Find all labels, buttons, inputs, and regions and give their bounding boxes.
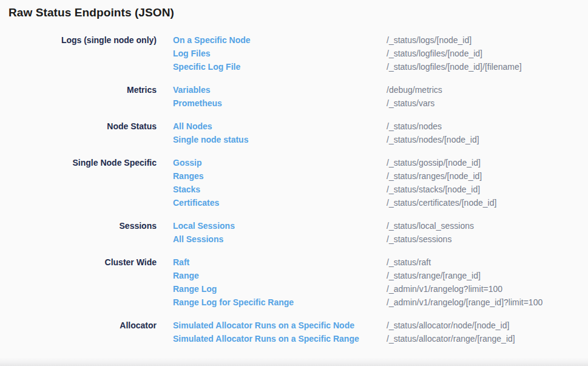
endpoint-link[interactable]: Gossip — [173, 156, 201, 169]
link-column: VariablesPrometheus — [173, 83, 387, 110]
endpoint-path: /_admin/v1/rangelog?limit=100 — [387, 282, 542, 296]
endpoint-path: /_status/vars — [387, 97, 442, 110]
endpoint-link[interactable]: Local Sessions — [173, 219, 235, 232]
link-column: All NodesSingle node status — [173, 120, 387, 146]
category-label: Cluster Wide — [0, 256, 157, 269]
category-label: Sessions — [0, 219, 157, 232]
endpoint-link[interactable]: Log Files — [173, 47, 210, 60]
endpoint-link[interactable]: Specific Log File — [173, 60, 240, 73]
endpoint-path: /_status/range/[range_id] — [387, 269, 542, 282]
page-title: Raw Status Endpoints (JSON) — [8, 6, 174, 19]
category-label: Metrics — [0, 83, 157, 97]
endpoint-group: Node Status All NodesSingle node status … — [0, 120, 588, 146]
endpoint-link[interactable]: Simulated Allocator Runs on a Specific N… — [173, 319, 354, 332]
path-column: /_status/raft/_status/range/[range_id]/_… — [387, 256, 542, 309]
debug-endpoints-page: Raw Status Endpoints (JSON) Logs (single… — [0, 0, 588, 366]
endpoint-link[interactable]: Ranges — [173, 169, 204, 183]
link-column: Simulated Allocator Runs on a Specific N… — [173, 319, 387, 345]
endpoint-group: Metrics VariablesPrometheus /debug/metri… — [0, 83, 588, 110]
endpoint-path: /_status/allocator/node/[node_id] — [387, 319, 515, 332]
endpoint-link[interactable]: Stacks — [173, 183, 200, 196]
path-column: /_status/nodes/_status/nodes/[node_id] — [387, 120, 479, 146]
endpoint-group: Logs (single node only) On a Specific No… — [0, 33, 588, 73]
endpoint-group: Single Node Specific GossipRangesStacksC… — [0, 156, 588, 209]
endpoint-path: /_status/allocator/range/[range_id] — [387, 332, 515, 345]
category-label: Node Status — [0, 120, 157, 133]
endpoint-link[interactable]: Simulated Allocator Runs on a Specific R… — [173, 332, 359, 345]
link-column: On a Specific NodeLog FilesSpecific Log … — [173, 33, 387, 73]
endpoint-link[interactable]: Range Log for Specific Range — [173, 296, 294, 309]
endpoint-link[interactable]: Range — [173, 269, 199, 282]
endpoint-group: Cluster Wide RaftRangeRange LogRange Log… — [0, 256, 588, 309]
endpoint-group: Sessions Local SessionsAll Sessions /_st… — [0, 219, 588, 246]
endpoint-path: /_status/raft — [387, 256, 542, 269]
endpoint-path: /_status/logfiles/[node_id]/[filename] — [387, 60, 522, 73]
endpoint-link[interactable]: All Sessions — [173, 232, 223, 246]
endpoint-link[interactable]: Variables — [173, 83, 211, 97]
link-column: GossipRangesStacksCertificates — [173, 156, 387, 209]
endpoint-path: /_status/local_sessions — [387, 219, 474, 232]
endpoint-path: /_admin/v1/rangelog/[range_id]?limit=100 — [387, 296, 542, 309]
link-column: Local SessionsAll Sessions — [173, 219, 387, 246]
path-column: /_status/logs/[node_id]/_status/logfiles… — [387, 33, 522, 73]
endpoint-path: /_status/ranges/[node_id] — [387, 169, 496, 183]
category-label: Allocator — [0, 319, 157, 332]
endpoint-group: Allocator Simulated Allocator Runs on a … — [0, 319, 588, 345]
endpoint-link[interactable]: Prometheus — [173, 97, 222, 110]
category-label: Logs (single node only) — [0, 33, 157, 47]
endpoint-path: /_status/logs/[node_id] — [387, 33, 522, 47]
endpoint-groups: Logs (single node only) On a Specific No… — [0, 33, 588, 355]
endpoint-link[interactable]: All Nodes — [173, 120, 212, 133]
endpoint-link[interactable]: Raft — [173, 256, 189, 269]
link-column: RaftRangeRange LogRange Log for Specific… — [173, 256, 387, 309]
endpoint-link[interactable]: Certificates — [173, 196, 219, 209]
path-column: /_status/allocator/node/[node_id]/_statu… — [387, 319, 515, 345]
endpoint-link[interactable]: Range Log — [173, 282, 217, 296]
category-label: Single Node Specific — [0, 156, 157, 169]
endpoint-path: /_status/certificates/[node_id] — [387, 196, 496, 209]
path-column: /_status/gossip/[node_id]/_status/ranges… — [387, 156, 496, 209]
endpoint-path: /_status/nodes/[node_id] — [387, 133, 479, 146]
endpoint-path: /_status/logfiles/[node_id] — [387, 47, 522, 60]
endpoint-path: /debug/metrics — [387, 83, 442, 97]
path-column: /_status/local_sessions/_status/sessions — [387, 219, 474, 246]
endpoint-path: /_status/nodes — [387, 120, 479, 133]
endpoint-path: /_status/sessions — [387, 232, 474, 246]
footer-strip — [0, 358, 588, 366]
path-column: /debug/metrics/_status/vars — [387, 83, 442, 110]
endpoint-path: /_status/stacks/[node_id] — [387, 183, 496, 196]
endpoint-link[interactable]: On a Specific Node — [173, 33, 251, 47]
endpoint-path: /_status/gossip/[node_id] — [387, 156, 496, 169]
endpoint-link[interactable]: Single node status — [173, 133, 248, 146]
